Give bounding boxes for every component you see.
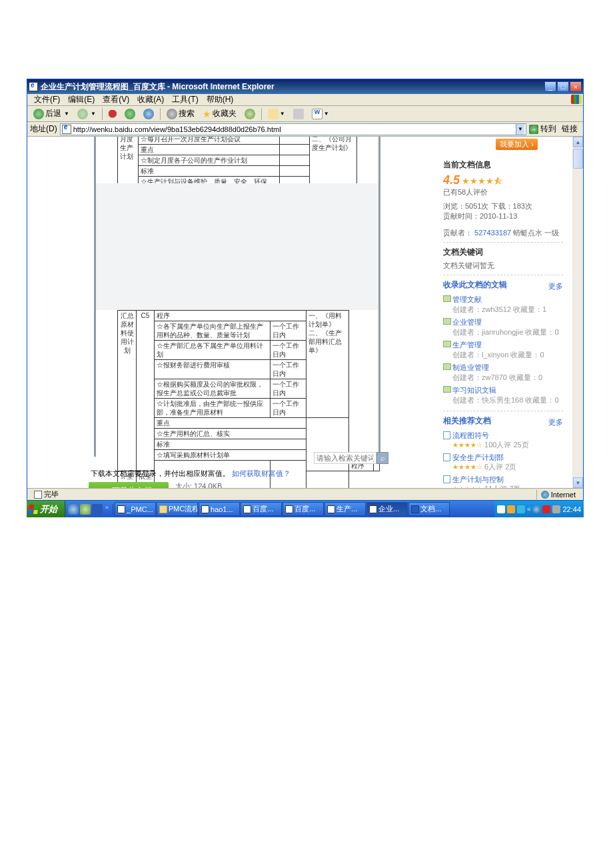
window-controls: _ □ × xyxy=(544,81,582,92)
menu-favorites[interactable]: 收藏(A) xyxy=(133,94,168,105)
folders-more[interactable]: 更多 xyxy=(548,281,563,291)
back-icon xyxy=(33,109,44,119)
download-meta: 大小: 124.0KB所需财富值: ●5 xyxy=(175,481,225,488)
system-tray[interactable]: « 22:44 xyxy=(494,501,584,517)
forward-button[interactable]: ▼ xyxy=(74,107,99,121)
menubar: 文件(F) 编辑(E) 查看(V) 收藏(A) 工具(T) 帮助(H) xyxy=(27,94,583,106)
folders-heading[interactable]: 收录此文档的文辑 xyxy=(443,279,507,291)
address-input[interactable]: http://wenku.baidu.com/view/9ba153eb6294… xyxy=(60,123,526,135)
contributor-link[interactable]: 527433187 xyxy=(474,229,511,237)
history-icon xyxy=(245,109,255,119)
ie-window: 企业生产计划管理流程图_百度文库 - Microsoft Internet Ex… xyxy=(27,79,584,501)
home-button[interactable] xyxy=(140,107,157,121)
addressbar: 地址(D) http://wenku.baidu.com/view/9ba153… xyxy=(27,122,583,137)
menu-tools[interactable]: 工具(T) xyxy=(168,94,202,105)
folder-item[interactable]: 生产管理创建者：l_xinyon 收藏量：0 xyxy=(443,339,563,361)
desktop-quick-icon[interactable] xyxy=(80,504,91,515)
taskbar-task[interactable]: 百度... xyxy=(241,502,282,516)
toolbar: 后退▼ ▼ 搜索 ★收藏夹 ▼ W▼ xyxy=(27,106,583,122)
stop-icon xyxy=(109,110,117,118)
history-button[interactable] xyxy=(241,107,259,121)
menu-help[interactable]: 帮助(H) xyxy=(203,94,238,105)
address-label: 地址(D) xyxy=(30,123,57,135)
doc-search-button[interactable]: ⌕ xyxy=(376,452,388,464)
related-item[interactable]: 安全生产计划部★★★★☆ 6人评 2页 xyxy=(443,451,563,473)
back-button[interactable]: 后退▼ xyxy=(30,107,73,121)
mail-button[interactable]: ▼ xyxy=(265,107,289,121)
page-content: 月度生产计划☆每月召开一次月度生产计划会议二、《公司月度生产计划》 重点 ☆制定… xyxy=(27,137,583,488)
related-heading[interactable]: 相关推荐文档 xyxy=(443,415,491,427)
wealth-link[interactable]: 如何获取财富值？ xyxy=(232,469,291,477)
taskbar-task[interactable]: 文档... xyxy=(408,502,450,516)
views-line: 浏览：5051次 下载：183次 xyxy=(443,201,563,211)
ie-quick-icon[interactable] xyxy=(68,504,79,515)
folder-item[interactable]: 管理文献创建者：zwh3512 收藏量：1 xyxy=(443,293,563,316)
join-button[interactable]: 我要加入 › xyxy=(496,139,538,150)
status-zone: Internet xyxy=(536,489,580,500)
links-label[interactable]: 链接 xyxy=(559,123,580,135)
sidebar: 我要加入 › 当前文档信息 4.5 ★★★★⯪ 已有58人评价 浏览：5051次… xyxy=(443,137,563,488)
mail-icon xyxy=(268,109,279,119)
taskbar-task[interactable]: 百度... xyxy=(283,502,324,516)
related-more[interactable]: 更多 xyxy=(548,417,563,427)
keywords-box: 文档关键词 文档关键词暂无 xyxy=(443,243,563,275)
refresh-button[interactable] xyxy=(121,107,139,121)
tray-icon-3[interactable] xyxy=(517,505,525,513)
folder-item[interactable]: 制造业管理创建者：zw7870 收藏量：0 xyxy=(443,361,563,384)
related-box: 相关推荐文档更多 流程图符号★★★★☆ 100人评 25页安全生产计划部★★★★… xyxy=(443,411,563,488)
refresh-icon xyxy=(125,109,135,119)
globe-icon xyxy=(541,491,549,499)
task-buttons: _PMC...PMC流程hao1...百度...百度...生产...企业...文… xyxy=(113,502,494,516)
search-button[interactable]: 搜索 xyxy=(163,107,198,121)
taskbar-task[interactable]: PMC流程 xyxy=(157,502,198,516)
menu-view[interactable]: 查看(V) xyxy=(99,94,133,105)
print-button[interactable] xyxy=(290,107,307,121)
ql-expand[interactable]: » xyxy=(104,504,110,515)
quick-launch: » xyxy=(65,504,113,515)
start-button[interactable]: 开始 xyxy=(27,501,65,517)
download-button[interactable]: ↓下载此文档 xyxy=(89,482,169,488)
edit-button[interactable]: W▼ xyxy=(308,107,332,121)
scroll-thumb[interactable] xyxy=(573,149,583,169)
menu-file[interactable]: 文件(F) xyxy=(30,94,64,105)
taskbar-task[interactable]: hao1... xyxy=(199,502,240,516)
tray-icon-6[interactable] xyxy=(552,505,560,513)
edit-icon: W xyxy=(312,109,322,119)
tray-icon-1[interactable] xyxy=(497,505,505,513)
doc-search: ⌕ xyxy=(314,452,388,464)
related-item[interactable]: 生产计划与控制★★★★☆ 11人评 7页 xyxy=(443,473,563,488)
related-item[interactable]: 流程图符号★★★★☆ 100人评 25页 xyxy=(443,429,563,451)
scroll-down-button[interactable]: ▼ xyxy=(573,477,583,488)
maximize-button[interactable]: □ xyxy=(557,81,569,92)
star-icon: ★ xyxy=(203,109,211,119)
taskbar-task[interactable]: _PMC... xyxy=(115,502,156,516)
document-viewer[interactable]: 月度生产计划☆每月召开一次月度生产计划会议二、《公司月度生产计划》 重点 ☆制定… xyxy=(27,137,387,488)
tray-icon-2[interactable] xyxy=(507,505,515,513)
tray-expand[interactable]: « xyxy=(527,505,531,513)
app-quick-icon[interactable] xyxy=(92,504,103,515)
taskbar-task[interactable]: 企业... xyxy=(366,502,408,516)
doc-info-box: 当前文档信息 4.5 ★★★★⯪ 已有58人评价 浏览：5051次 下载：183… xyxy=(443,155,563,243)
address-dropdown[interactable]: ▼ xyxy=(516,124,524,135)
minimize-button[interactable]: _ xyxy=(544,81,556,92)
done-icon xyxy=(34,491,42,499)
favorites-button[interactable]: ★收藏夹 xyxy=(199,107,240,121)
tray-icon-4[interactable] xyxy=(532,505,540,513)
folder-item[interactable]: 学习知识文辑创建者：快乐男生168 收藏量：0 xyxy=(443,384,563,407)
go-button[interactable]: →转到 xyxy=(529,123,556,135)
go-icon: → xyxy=(529,125,538,134)
stop-button[interactable] xyxy=(105,109,120,119)
doc-search-input[interactable] xyxy=(314,452,376,464)
taskbar-task[interactable]: 生产... xyxy=(324,502,366,516)
scroll-up-button[interactable]: ▲ xyxy=(573,137,583,147)
folder-item[interactable]: 企业管理创建者：jianruhongjie 收藏量：0 xyxy=(443,316,563,339)
titlebar[interactable]: 企业生产计划管理流程图_百度文库 - Microsoft Internet Ex… xyxy=(27,79,583,94)
doc-page-1: 月度生产计划☆每月召开一次月度生产计划会议二、《公司月度生产计划》 重点 ☆制定… xyxy=(94,137,380,187)
menu-edit[interactable]: 编辑(E) xyxy=(64,94,99,105)
close-button[interactable]: × xyxy=(570,81,582,92)
vertical-scrollbar[interactable]: ▲ ▼ xyxy=(572,137,583,488)
rating-count: 已有58人评价 xyxy=(443,187,563,197)
tray-icon-5[interactable] xyxy=(542,505,550,513)
page-icon xyxy=(62,125,71,134)
clock[interactable]: 22:44 xyxy=(562,505,581,513)
